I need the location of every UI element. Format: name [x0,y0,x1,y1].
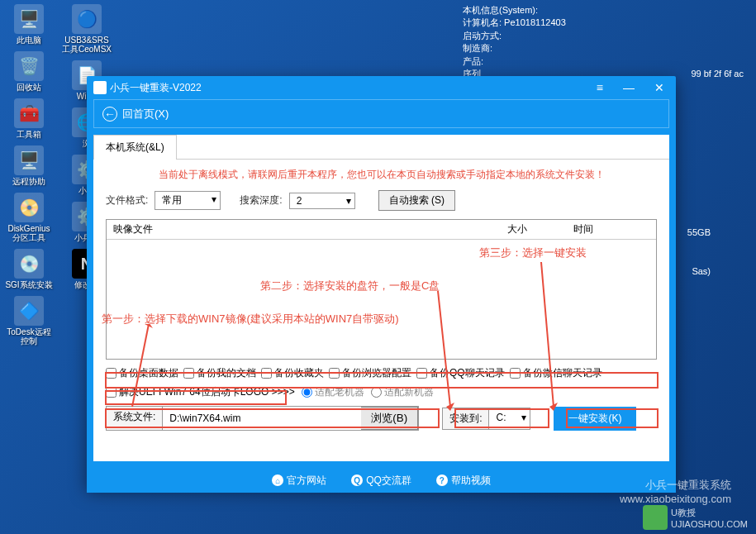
system-file-group: 系统文件: 浏览(B) [106,406,419,431]
titlebar: 小兵一键重装-V2022 ≡ — ✕ [87,76,676,99]
checkbox-uefi[interactable]: 解决UEFI Win7 64位启动卡LOGO >>>> [106,385,295,399]
file-format-select[interactable]: 常用 [155,191,221,210]
footer-official-site[interactable]: ⌂官方网站 [272,474,326,488]
sysinfo-computer: 计算机名: Pe1018112403 [463,17,744,29]
install-to-label: 安装到: [443,408,488,429]
qq-icon: Q [351,474,363,486]
system-file-input[interactable] [163,407,361,430]
uefi-row: 解决UEFI Win7 64位启动卡LOGO >>>> 适配老机器 适配新机器 [93,384,669,406]
menu-icon[interactable]: ≡ [592,79,608,96]
system-file-label: 系统文件: [107,407,163,430]
checkbox-desktop[interactable]: 备份桌面数据 [106,366,178,380]
install-drive-select[interactable]: C: [488,408,530,429]
file-format-label: 文件格式: [106,193,148,207]
desktop-icon-usb3[interactable]: 🔵USB3&SRS 工具CeoMSX [62,4,112,54]
radio-old-machine[interactable]: 适配老机器 [302,385,364,399]
home-icon: ⌂ [272,474,283,486]
app-window: 小兵一键重装-V2022 ≡ — ✕ ← 回首页(X) 本机系统(&L) 当前处… [87,76,676,488]
sysinfo-title: 本机信息(System): [463,4,744,17]
install-to-group: 安装到: C: [442,408,530,430]
footer-qq-group[interactable]: QQQ交流群 [351,474,411,488]
search-depth-label: 搜索深度: [240,193,282,207]
search-row: 文件格式: 常用 搜索深度: 2 自动搜索 (S) [93,190,669,219]
checkbox-documents[interactable]: 备份我的文档 [183,366,256,380]
browse-button[interactable]: 浏览(B) [361,407,418,430]
back-arrow-icon: ← [102,107,117,122]
col-file-header: 映像文件 [107,222,507,236]
watermark: U教授 UJIAOSHOU.COM [643,505,748,530]
file-list[interactable]: 映像文件 大小 时间 [106,219,657,360]
desktop-icon-computer[interactable]: 🖥️此电脑 [4,4,54,45]
right-text-gb: 55GB [687,227,711,237]
offline-warning: 当前处于离线模式，请联网后重开本程序，您也可以在本页自动搜索或手动指定本地的系统… [93,160,669,190]
desktop-icons-col1: 🖥️此电脑 🗑️回收站 🧰工具箱 🖥️远程协助 📀DiskGenius 分区工具… [4,4,54,346]
app-title: 小兵一键重装-V2022 [110,81,202,95]
auto-search-button[interactable]: 自动搜索 (S) [378,190,455,211]
watermark-icon [643,505,668,530]
desktop-icon-diskgenius[interactable]: 📀DiskGenius 分区工具 [4,193,54,242]
backup-checkbox-row: 备份桌面数据 备份我的文档 备份收藏夹 备份浏览器配置 备份QQ聊天记录 备份微… [93,360,669,384]
checkbox-favorites[interactable]: 备份收藏夹 [261,366,324,380]
close-button[interactable]: ✕ [649,79,669,96]
install-button[interactable]: 一键安装(K) [554,407,636,431]
col-size-header: 大小 [507,222,573,236]
checkbox-wechat[interactable]: 备份微信聊天记录 [510,366,602,380]
help-icon: ? [436,474,448,486]
right-text-sas: Sas) [692,266,711,276]
desktop-icon-recycle[interactable]: 🗑️回收站 [4,51,54,92]
sysinfo-product: 产品: [463,55,744,68]
sysinfo-boot: 启动方式: [463,30,744,42]
bottom-branding: 小兵一键重装系统 www.xiaobeixitong.com [620,478,731,505]
install-path-row: 系统文件: 浏览(B) 安装到: C: 一键安装(K) [93,406,669,439]
checkbox-qq[interactable]: 备份QQ聊天记录 [416,366,505,380]
checkbox-browser[interactable]: 备份浏览器配置 [329,366,411,380]
search-depth-select[interactable]: 2 [289,193,355,209]
tab-header: 本机系统(&L) [93,135,669,160]
minimize-button[interactable]: — [618,79,640,96]
content-area: 本机系统(&L) 当前处于离线模式，请联网后重开本程序，您也可以在本页自动搜索或… [93,135,669,461]
file-list-header: 映像文件 大小 时间 [107,220,656,240]
back-button[interactable]: ← 回首页(X) [93,99,669,128]
footer-bar: ⌂官方网站 QQQ交流群 ?帮助视频 [87,468,676,493]
desktop-icon-sgi[interactable]: 💿SGI系统安装 [4,249,54,289]
app-icon [93,81,107,94]
tab-local-system[interactable]: 本机系统(&L) [93,135,177,160]
radio-new-machine[interactable]: 适配新机器 [371,385,434,399]
desktop-icon-todesk[interactable]: 🔷ToDesk远程 控制 [4,296,54,346]
col-time-header: 时间 [573,222,656,236]
desktop-icon-remote[interactable]: 🖥️远程协助 [4,145,54,186]
sysinfo-mfr: 制造商: [463,42,744,55]
desktop-icon-toolbox[interactable]: 🧰工具箱 [4,98,54,139]
footer-help-video[interactable]: ?帮助视频 [436,474,491,488]
